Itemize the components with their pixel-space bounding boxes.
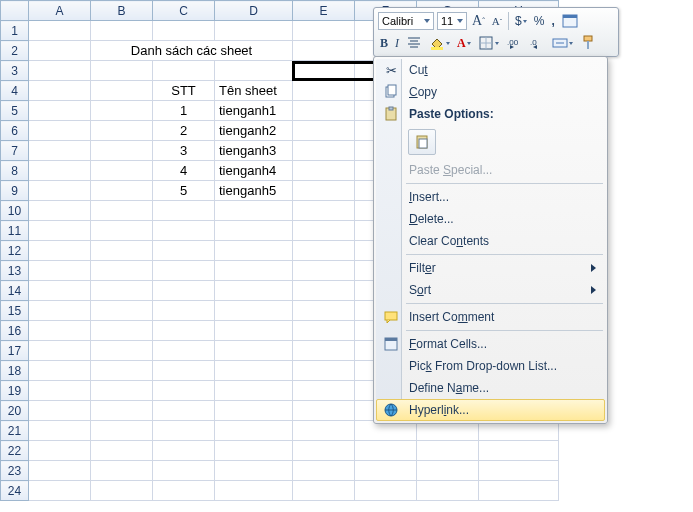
cell-name-5[interactable]: tienganh5 — [215, 181, 293, 201]
row-header-5[interactable]: 5 — [1, 101, 29, 121]
menu-define-name[interactable]: Define Name... — [376, 377, 605, 399]
cell-stt-2[interactable]: 2 — [153, 121, 215, 141]
cell-name-3[interactable]: tienganh3 — [215, 141, 293, 161]
font-name-select[interactable]: Calibri — [378, 12, 434, 30]
row-header-8[interactable]: 8 — [1, 161, 29, 181]
separator — [508, 12, 509, 30]
row-header-12[interactable]: 12 — [1, 241, 29, 261]
format-cells-dialog-button[interactable] — [560, 11, 580, 31]
row-header-15[interactable]: 15 — [1, 301, 29, 321]
svg-rect-1 — [563, 15, 577, 18]
menu-separator — [406, 183, 603, 184]
increase-decimal-icon: .00 — [506, 35, 522, 51]
row-header-1[interactable]: 1 — [1, 21, 29, 41]
align-center-button[interactable] — [404, 33, 424, 53]
menu-format-cells[interactable]: Format Cells... — [376, 333, 605, 355]
menu-cut[interactable]: ✂ Cut — [376, 59, 605, 81]
row-header-10[interactable]: 10 — [1, 201, 29, 221]
mini-toolbar: Calibri 11 Aˆ Aˇ $ % , B I A .00 .0 — [373, 7, 619, 57]
svg-rect-7 — [584, 36, 592, 41]
row-header-4[interactable]: 4 — [1, 81, 29, 101]
menu-label: Insert Comment — [409, 310, 494, 324]
format-painter-button[interactable] — [578, 33, 598, 53]
title-cell[interactable]: Danh sách các sheet — [91, 41, 293, 61]
cell-name-1[interactable]: tienganh1 — [215, 101, 293, 121]
context-menu: ✂ Cut Copy Paste Options: Paste Special.… — [373, 56, 608, 424]
menu-insert[interactable]: Insert... — [376, 186, 605, 208]
cell-stt-5[interactable]: 5 — [153, 181, 215, 201]
col-header-A[interactable]: A — [29, 1, 91, 21]
menu-paste-special[interactable]: Paste Special... — [376, 159, 605, 181]
menu-pick-from-list[interactable]: Pick From Drop-down List... — [376, 355, 605, 377]
select-all-corner[interactable] — [1, 1, 29, 21]
row-header-13[interactable]: 13 — [1, 261, 29, 281]
row-header-11[interactable]: 11 — [1, 221, 29, 241]
header-stt[interactable]: STT — [153, 81, 215, 101]
chevron-down-icon — [424, 19, 430, 23]
decrease-decimal-button[interactable]: .0 — [527, 33, 547, 53]
grow-font-button[interactable]: Aˆ — [470, 11, 487, 31]
svg-rect-2 — [431, 47, 443, 50]
menu-label: Delete... — [409, 212, 454, 226]
menu-separator — [406, 254, 603, 255]
menu-clear-contents[interactable]: Clear Contents — [376, 230, 605, 252]
cell-name-2[interactable]: tienganh2 — [215, 121, 293, 141]
percent-button[interactable]: % — [532, 11, 547, 31]
bold-button[interactable]: B — [378, 33, 390, 53]
chevron-down-icon — [457, 19, 463, 23]
cell-name-4[interactable]: tienganh4 — [215, 161, 293, 181]
font-size-select[interactable]: 11 — [437, 12, 467, 30]
cell-stt-4[interactable]: 4 — [153, 161, 215, 181]
paste-default-button[interactable] — [408, 129, 436, 155]
col-header-D[interactable]: D — [215, 1, 293, 21]
comma-button[interactable]: , — [549, 11, 556, 31]
paste-options-row — [406, 125, 605, 159]
merge-center-button[interactable] — [550, 33, 575, 53]
borders-button[interactable] — [476, 33, 501, 53]
increase-decimal-button[interactable]: .00 — [504, 33, 524, 53]
row-header-21[interactable]: 21 — [1, 421, 29, 441]
menu-label: Copy — [409, 85, 437, 99]
row-header-19[interactable]: 19 — [1, 381, 29, 401]
row-header-17[interactable]: 17 — [1, 341, 29, 361]
row-header-22[interactable]: 22 — [1, 441, 29, 461]
menu-delete[interactable]: Delete... — [376, 208, 605, 230]
cell-stt-3[interactable]: 3 — [153, 141, 215, 161]
row-header-23[interactable]: 23 — [1, 461, 29, 481]
menu-label: Hyperlink... — [409, 403, 469, 417]
row-header-20[interactable]: 20 — [1, 401, 29, 421]
menu-sort[interactable]: Sort — [376, 279, 605, 301]
cell-E3[interactable] — [293, 61, 355, 81]
submenu-arrow-icon — [591, 286, 596, 294]
row-header-3[interactable]: 3 — [1, 61, 29, 81]
dialog-launcher-icon — [562, 13, 578, 29]
col-header-B[interactable]: B — [91, 1, 153, 21]
italic-button[interactable]: I — [393, 33, 401, 53]
menu-copy[interactable]: Copy — [376, 81, 605, 103]
row-header-16[interactable]: 16 — [1, 321, 29, 341]
menu-label: Pick From Drop-down List... — [409, 359, 557, 373]
menu-paste-options[interactable]: Paste Options: — [376, 103, 605, 125]
col-header-E[interactable]: E — [293, 1, 355, 21]
menu-filter[interactable]: Filter — [376, 257, 605, 279]
row-header-2[interactable]: 2 — [1, 41, 29, 61]
cell-stt-1[interactable]: 1 — [153, 101, 215, 121]
menu-hyperlink[interactable]: Hyperlink... — [376, 399, 605, 421]
row-header-24[interactable]: 24 — [1, 481, 29, 501]
font-color-button[interactable]: A — [455, 33, 473, 53]
row-header-9[interactable]: 9 — [1, 181, 29, 201]
col-header-C[interactable]: C — [153, 1, 215, 21]
menu-insert-comment[interactable]: Insert Comment — [376, 306, 605, 328]
row-header-18[interactable]: 18 — [1, 361, 29, 381]
fill-color-button[interactable] — [427, 33, 452, 53]
row-header-14[interactable]: 14 — [1, 281, 29, 301]
shrink-font-button[interactable]: Aˇ — [490, 11, 504, 31]
row-header-7[interactable]: 7 — [1, 141, 29, 161]
header-name[interactable]: Tên sheet — [215, 81, 293, 101]
currency-button[interactable]: $ — [513, 11, 529, 31]
decrease-decimal-icon: .0 — [529, 35, 545, 51]
menu-label: Cut — [409, 63, 428, 77]
menu-label: Define Name... — [409, 381, 489, 395]
paint-bucket-icon — [429, 35, 445, 51]
row-header-6[interactable]: 6 — [1, 121, 29, 141]
